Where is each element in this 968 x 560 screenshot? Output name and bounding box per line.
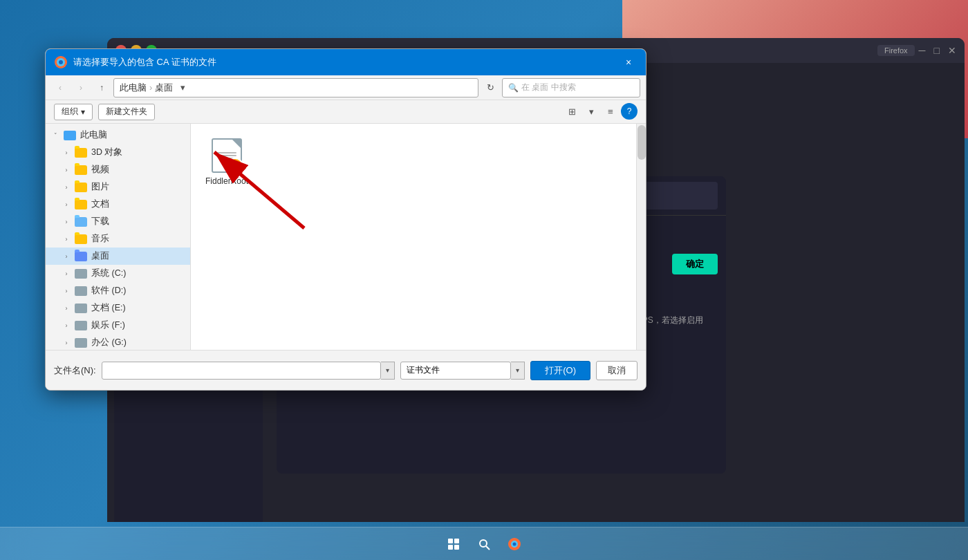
filetype-select[interactable]: 证书文件 [400, 362, 511, 380]
nav-item-c[interactable]: › 系统 (C:) [46, 265, 190, 282]
file-name-fiddlerroot: FiddlerRoot [205, 176, 248, 186]
nav-item-d[interactable]: › 软件 (D:) [46, 282, 190, 299]
nav-up-button[interactable]: ↑ [93, 79, 111, 97]
filename-dropdown-btn[interactable]: ▾ [381, 362, 395, 380]
nav-item-g[interactable]: › 办公 (G:) [46, 334, 190, 350]
svg-rect-5 [448, 539, 453, 543]
open-btn-label: 打开(O) [545, 364, 576, 377]
drive-icon-e [75, 304, 87, 313]
breadcrumb-pc[interactable]: 此电脑 [120, 82, 147, 94]
organize-button[interactable]: 组织 ▾ [54, 104, 93, 120]
cert-line-2 [217, 155, 236, 156]
svg-point-9 [480, 540, 487, 547]
nav-expand-video: › [62, 166, 71, 174]
refresh-icon: ↻ [487, 82, 494, 93]
nav-up-icon: ↑ [100, 83, 104, 93]
nav-item-video[interactable]: › 视频 [46, 161, 190, 178]
nav-back-button[interactable]: ‹ [51, 79, 69, 97]
taskbar-search-icon [478, 538, 490, 550]
folder-icon-music [75, 234, 87, 244]
folder-icon-desktop [75, 252, 87, 261]
dialog-close-button[interactable]: × [620, 53, 637, 71]
dialog-bottom-bar: 文件名(N): ▾ 证书文件 ▾ 打开(O) 取消 [46, 350, 646, 390]
drive-icon-d [75, 286, 87, 296]
view-dropdown-button[interactable]: ▾ [582, 103, 600, 121]
open-button[interactable]: 打开(O) [530, 361, 590, 380]
organize-label: 组织 [62, 106, 78, 118]
dialog-app-icon [54, 55, 68, 69]
drive-icon-c [75, 269, 87, 279]
cancel-button[interactable]: 取消 [596, 361, 637, 380]
maximize-icon[interactable]: □ [934, 45, 940, 56]
nav-item-3d[interactable]: › 3D 对象 [46, 144, 190, 161]
nav-label-music: 音乐 [91, 233, 109, 245]
nav-item-pc[interactable]: ˅ 此电脑 [46, 127, 190, 144]
breadcrumb-bar: 此电脑 › 桌面 ▾ [113, 78, 478, 97]
taskbar-start[interactable] [440, 530, 467, 558]
taskbar [0, 527, 968, 560]
file-grid: ★ FiddlerRoot [191, 124, 646, 200]
view-buttons: ⊞ ▾ ≡ ? [563, 103, 637, 121]
nav-expand-desktop: › [62, 252, 71, 261]
search-icon: 🔍 [508, 83, 519, 93]
view-details-button[interactable]: ≡ [602, 103, 620, 121]
nav-expand-g: › [62, 339, 71, 347]
help-button[interactable]: ? [621, 103, 637, 120]
filename-input-group: ▾ [102, 362, 395, 380]
win-controls: ─ □ ✕ [919, 45, 956, 56]
folder-icon-3d [75, 148, 87, 158]
nav-item-docs[interactable]: › 文档 [46, 196, 190, 213]
nav-expand-3d: › [62, 149, 71, 157]
view-large-icons-button[interactable]: ⊞ [563, 103, 581, 121]
breadcrumb-location[interactable]: 桌面 [155, 82, 173, 94]
nav-back-icon: ‹ [59, 83, 62, 93]
nav-label-3d: 3D 对象 [91, 147, 122, 158]
filename-input[interactable] [102, 362, 382, 380]
nav-label-d: 软件 (D:) [91, 285, 126, 297]
nav-item-music[interactable]: › 音乐 [46, 230, 190, 248]
nav-expand-docs: › [62, 200, 71, 209]
file-item-fiddlerroot[interactable]: ★ FiddlerRoot [199, 132, 254, 192]
folder-icon-video [75, 165, 87, 175]
filename-label: 文件名(N): [54, 364, 96, 377]
breadcrumb-dropdown-btn[interactable]: ▾ [176, 79, 189, 97]
taskbar-firefox[interactable] [501, 530, 528, 558]
scrollbar-track[interactable] [636, 124, 646, 350]
cert-badge-icon: ★ [227, 158, 243, 174]
window-close-icon[interactable]: ✕ [948, 45, 956, 56]
svg-rect-6 [454, 539, 459, 543]
nav-item-f[interactable]: › 娱乐 (F:) [46, 317, 190, 334]
view-details-icon: ≡ [608, 106, 613, 117]
organize-dropdown-icon: ▾ [81, 107, 85, 117]
nav-label-pc: 此电脑 [80, 129, 107, 141]
nav-item-desktop[interactable]: › 桌面 [46, 248, 190, 265]
filetype-dropdown-btn[interactable]: ▾ [511, 362, 525, 380]
nav-label-f: 娱乐 (F:) [91, 319, 125, 331]
search-box[interactable]: 🔍 在 桌面 中搜索 [502, 78, 640, 97]
refresh-button[interactable]: ↻ [481, 79, 499, 97]
nav-expand-e: › [62, 304, 71, 312]
nav-label-g: 办公 (G:) [91, 337, 127, 348]
scrollbar-thumb[interactable] [637, 125, 646, 160]
taskbar-search[interactable] [470, 530, 498, 558]
cert-file-corner [232, 140, 241, 148]
nav-item-e[interactable]: › 文档 (E:) [46, 299, 190, 317]
start-icon [447, 538, 460, 550]
nav-forward-icon: › [80, 83, 82, 93]
nav-expand-d: › [62, 287, 71, 295]
nav-label-docs: 文档 [91, 198, 109, 210]
nav-label-video: 视频 [91, 164, 109, 176]
nav-expand-f: › [62, 321, 71, 330]
svg-line-10 [486, 546, 490, 550]
cert-file-body: ★ [212, 138, 242, 173]
nav-label-c: 系统 (C:) [91, 268, 126, 279]
new-folder-button[interactable]: 新建文件夹 [98, 104, 155, 120]
nav-item-pics[interactable]: › 图片 [46, 178, 190, 196]
minimize-icon[interactable]: ─ [919, 45, 926, 56]
nav-item-downloads[interactable]: › 下载 [46, 213, 190, 230]
dialog-title: 请选择要导入的包含 CA 证书的文件 [73, 56, 614, 68]
view-large-icon: ⊞ [568, 106, 576, 117]
nav-label-downloads: 下载 [91, 216, 109, 227]
nav-forward-button[interactable]: › [72, 79, 90, 97]
confirm-button[interactable]: 确定 [672, 254, 718, 274]
